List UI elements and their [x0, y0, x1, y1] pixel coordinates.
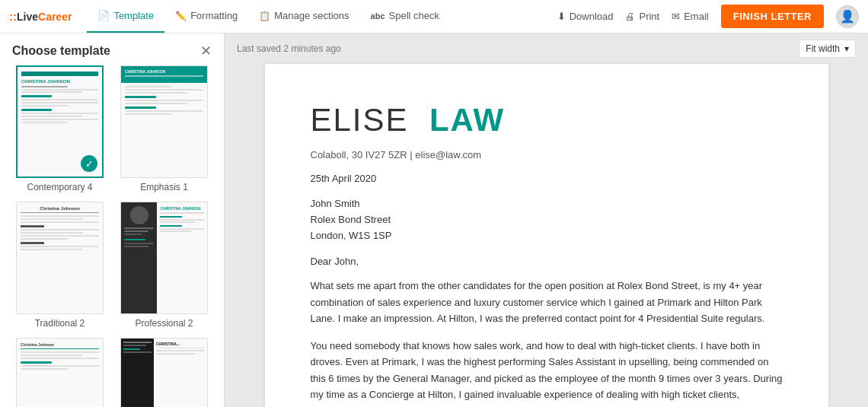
letter-contact: Colaboll, 30 IV27 5ZR | elise@law.com [311, 149, 783, 161]
email-action[interactable]: ✉ Email [672, 11, 709, 22]
sidebar-header: Choose template ✕ [0, 33, 224, 65]
template-thumb-emphasis-1[interactable]: CHRISTINA JOHNSON [120, 65, 208, 178]
tab-formatting-label: Formatting [190, 10, 238, 21]
download-icon: ⬇ [557, 11, 566, 22]
template-thumb-professional-2[interactable]: CHRISTINA JOHNSON [120, 202, 208, 314]
template-icon: 📄 [97, 10, 110, 21]
logo[interactable]: :: LiveCareer [9, 10, 72, 23]
tab-spell-check[interactable]: abc Spell check [360, 0, 450, 33]
recipient-line3: London, W1S 1SP [311, 230, 392, 241]
fit-width-label: Fit width [806, 43, 840, 54]
chevron-down-icon: ▾ [844, 43, 849, 54]
template-item-professional-2[interactable]: CHRISTINA JOHNSON Professional 2 [116, 202, 212, 329]
tab-spell-check-label: Spell check [389, 10, 439, 21]
tab-manage-sections-label: Manage sections [274, 10, 349, 21]
download-action[interactable]: ⬇ Download [557, 11, 614, 22]
tab-template[interactable]: 📄 Template [87, 0, 164, 33]
tab-template-label: Template [113, 10, 154, 21]
print-icon: 🖨 [625, 11, 635, 22]
template-item-emphasis-1[interactable]: CHRISTINA JOHNSON Em [116, 65, 212, 192]
email-icon: ✉ [672, 11, 680, 22]
template-label-contemporary-4: Contemporary 4 [27, 182, 92, 192]
navbar: :: LiveCareer 📄 Template ✏️ Formatting 📋… [0, 0, 868, 33]
manage-sections-icon: 📋 [259, 11, 270, 21]
template-label-emphasis-1: Emphasis 1 [140, 182, 188, 192]
letter-date: 25th April 2020 [311, 173, 783, 184]
tab-formatting[interactable]: ✏️ Formatting [164, 0, 248, 33]
letter-body-2: You need somebody that knows how sales w… [311, 338, 783, 407]
spell-check-icon: abc [371, 11, 385, 21]
template-grid: CHRISTINA JOHNSON ✓ [0, 65, 224, 407]
formatting-icon: ✏️ [175, 11, 187, 21]
template-thumb-contemporary-4[interactable]: CHRISTINA JOHNSON ✓ [16, 65, 104, 178]
template-thumb-5[interactable]: Christina Johnson [16, 338, 104, 407]
letter-body-1: What sets me apart from the other candid… [311, 278, 783, 326]
content-area: Last saved 2 minutes ago Fit width ▾ ELI… [225, 33, 868, 407]
letter-first-name: ELISE [311, 102, 409, 138]
template-item-6[interactable]: CHRISTINA... [116, 338, 212, 407]
recipient-name: John Smith [311, 198, 360, 209]
sidebar-title: Choose template [12, 44, 110, 58]
email-label: Email [684, 11, 709, 22]
letter-name: ELISE LAW [311, 102, 783, 138]
letter-last-name: LAW [429, 102, 505, 138]
last-saved-text: Last saved 2 minutes ago [237, 43, 341, 54]
fit-width-dropdown[interactable]: Fit width ▾ [799, 40, 856, 58]
tab-manage-sections[interactable]: 📋 Manage sections [248, 0, 359, 33]
template-item-contemporary-4[interactable]: CHRISTINA JOHNSON ✓ [12, 65, 107, 192]
print-action[interactable]: 🖨 Print [625, 11, 659, 22]
template-thumb-traditional-2[interactable]: Christina Johnson [16, 202, 104, 314]
template-item-5[interactable]: Christina Johnson [12, 338, 107, 407]
letter-document: ELISE LAW Colaboll, 30 IV27 5ZR | elise@… [265, 64, 828, 407]
template-item-traditional-2[interactable]: Christina Johnson [12, 202, 107, 329]
template-selected-check: ✓ [81, 155, 97, 172]
download-label: Download [570, 11, 614, 22]
close-sidebar-button[interactable]: ✕ [200, 44, 212, 58]
recipient-line2: Rolex Bond Street [311, 214, 391, 225]
finish-letter-button[interactable]: FINISH LETTER [721, 5, 824, 28]
letter-salutation: Dear John, [311, 256, 783, 267]
template-thumb-6[interactable]: CHRISTINA... [120, 338, 208, 407]
template-label-professional-2: Professional 2 [135, 318, 193, 329]
template-sidebar: Choose template ✕ CHRISTINA JOHNSON [0, 33, 225, 407]
letter-recipient: John Smith Rolex Bond Street London, W1S… [311, 196, 783, 243]
main-layout: Choose template ✕ CHRISTINA JOHNSON [0, 33, 868, 407]
content-toolbar: Last saved 2 minutes ago Fit width ▾ [225, 33, 868, 64]
user-avatar[interactable]: 👤 [836, 5, 859, 28]
template-label-traditional-2: Traditional 2 [35, 318, 85, 329]
print-label: Print [639, 11, 659, 22]
nav-right: ⬇ Download 🖨 Print ✉ Email FINISH LETTER… [557, 5, 859, 28]
nav-tabs: 📄 Template ✏️ Formatting 📋 Manage sectio… [87, 0, 557, 33]
